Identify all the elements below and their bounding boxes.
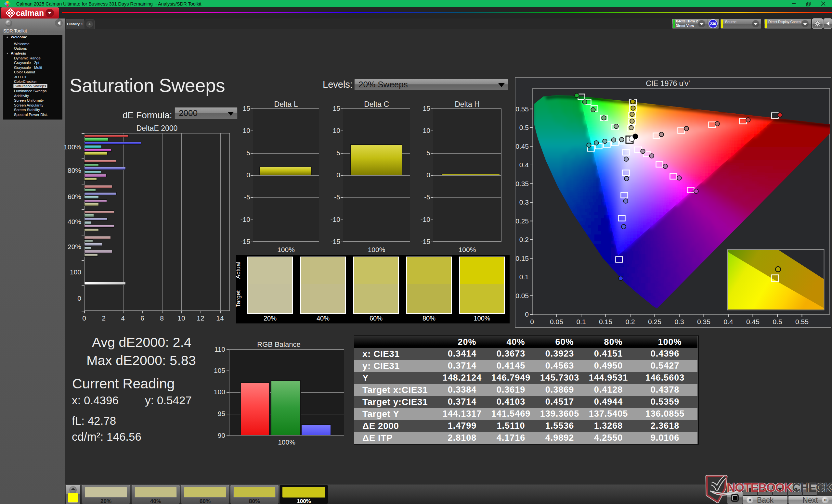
svg-text:0.15: 0.15 — [516, 255, 529, 262]
svg-text:0.2: 0.2 — [625, 318, 635, 326]
svg-text:0.15: 0.15 — [599, 318, 612, 326]
svg-text:0.5: 0.5 — [773, 318, 782, 326]
svg-text:0.1: 0.1 — [519, 273, 529, 281]
svg-text:0.05: 0.05 — [516, 292, 529, 300]
svg-text:CHECK: CHECK — [792, 481, 832, 494]
svg-text:0: 0 — [530, 318, 534, 326]
svg-text:0.5: 0.5 — [519, 124, 529, 131]
svg-text:0: 0 — [525, 310, 529, 318]
svg-text:0.45: 0.45 — [516, 143, 529, 150]
svg-text:0.35: 0.35 — [516, 180, 529, 187]
svg-text:Direct View: Direct View — [676, 24, 694, 28]
svg-text:0.4: 0.4 — [724, 318, 733, 326]
svg-text:0.3: 0.3 — [519, 198, 529, 206]
svg-text:0.2: 0.2 — [519, 236, 529, 243]
svg-text:0.4: 0.4 — [519, 161, 529, 169]
svg-text:calman: calman — [16, 8, 44, 18]
svg-text:236: 236 — [710, 22, 716, 26]
svg-text:0.55: 0.55 — [795, 318, 809, 326]
svg-text:0.05: 0.05 — [550, 318, 563, 326]
svg-text:0.3: 0.3 — [674, 318, 684, 326]
svg-text:CIE 1976 u'v': CIE 1976 u'v' — [646, 79, 690, 88]
svg-text:X-Rite i1Pro 2: X-Rite i1Pro 2 — [676, 19, 698, 23]
svg-text:NOTEBOOK: NOTEBOOK — [727, 481, 793, 494]
svg-text:0.1: 0.1 — [576, 318, 586, 326]
svg-text:0.45: 0.45 — [746, 318, 759, 326]
svg-text:0.25: 0.25 — [648, 318, 661, 326]
svg-text:Direct Display Control: Direct Display Control — [768, 20, 802, 24]
svg-text:0.25: 0.25 — [516, 217, 529, 225]
svg-text:0.35: 0.35 — [697, 318, 710, 326]
svg-text:Source: Source — [725, 20, 736, 24]
svg-text:0.55: 0.55 — [516, 105, 529, 113]
